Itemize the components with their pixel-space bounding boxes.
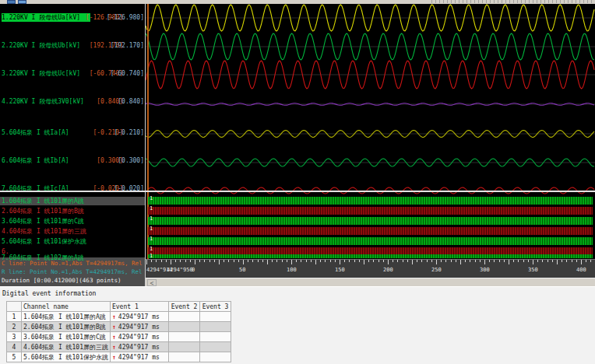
digital-trace[interactable]: 1 [148, 254, 593, 258]
ruler-tick [397, 260, 398, 262]
trace-value: 1 [150, 236, 153, 243]
time-ruler[interactable]: 4294"9144294"950050100150200250300350400 [146, 259, 595, 278]
ruler-tick [267, 260, 268, 264]
ruler-tick [291, 260, 292, 264]
trace-value: 1 [150, 226, 153, 233]
ruler-tick [151, 260, 152, 262]
ruler-tick [344, 260, 345, 262]
h-scrollbar[interactable]: < [146, 278, 595, 286]
trace-value: 1 [150, 195, 153, 202]
ruler-tick [581, 260, 582, 264]
row-number-cell: 3 [7, 332, 22, 342]
analog-channel-row[interactable]: 2.220KV I 段母线Ub[kV][192.170][192.170] [0, 41, 145, 50]
digital-channel-row[interactable]: 2.604拓泉 I 线101屏的B跳 [0, 207, 145, 215]
ruler-tick [547, 260, 548, 262]
ruler-tick [513, 260, 514, 262]
digital-channel-row[interactable]: 3.604拓泉 I 线101屏的C跳 [0, 217, 145, 226]
ruler-tick [388, 260, 389, 264]
ruler-tick [228, 260, 229, 262]
digital-channel-row[interactable]: 5.604拓泉 I 线101保护永跳 [0, 237, 145, 246]
ruler-tick [349, 260, 350, 262]
digital-trace[interactable]: 1 [148, 197, 593, 205]
analog-channel-row[interactable]: 4.220KV I 段母线3V0[kV][0.840][0.840] [0, 97, 145, 106]
table-row[interactable]: 22.604拓泉 I 线101屏的B跳↑4294"917 ms [7, 322, 231, 332]
digital-trace[interactable]: 1 [148, 237, 593, 245]
channel-name-label: 5.604拓泉 I 线Ia[A] [2, 128, 69, 137]
channel-name-cell: 4.604拓泉 I 线101屏的三跳 [22, 342, 111, 352]
event3-cell [199, 312, 231, 322]
ruler-tick [465, 260, 466, 262]
ruler-tick [445, 260, 446, 262]
digital-trace[interactable]: 1 [148, 207, 593, 215]
waveform-plot-area[interactable]: 4294"9144294"950050100150200250300350400… [146, 4, 595, 286]
table-row[interactable]: 33.604拓泉 I 线101屏的C跳↑4294"917 ms [7, 332, 231, 342]
digital-event-panel: Digital event information Channel nameEv… [0, 286, 595, 364]
r-cursor-value: [0.300] [118, 156, 144, 165]
analog-channel-row[interactable]: 6.604拓泉 I 线Ib[A][0.300][0.300] [0, 156, 145, 165]
r-cursor-value: [192.170] [111, 41, 144, 50]
ruler-tick [566, 260, 567, 262]
trace-value: 1 [150, 215, 153, 222]
ruler-label: 50 [239, 267, 245, 273]
ruler-label: 250 [431, 267, 442, 273]
ruler-tick [368, 260, 369, 262]
ruler-label: 300 [480, 267, 490, 273]
ruler-tick [248, 260, 248, 262]
digital-channel-row[interactable]: 7.604拓泉 I 线102屏的A跳 [0, 254, 145, 262]
digital-channel-row[interactable]: 4.604拓泉 I 线101屏的三跳 [0, 227, 145, 236]
ruler-tick [417, 260, 417, 262]
ruler-tick [234, 260, 234, 262]
ruler-label: 400 [576, 267, 586, 273]
ruler-tick [572, 260, 572, 262]
ruler-tick [586, 260, 586, 262]
r-cursor-value: [0.840] [118, 97, 144, 106]
duration-status: Duration [0:00.412000](463 points) [2, 276, 145, 285]
ruler-label: 150 [335, 267, 345, 273]
channel-name-label: 3.220KV I 段母线Uc[kV] [2, 69, 80, 78]
table-row[interactable]: 11.604拓泉 I 线101屏的A跳↑4294"917 ms [7, 312, 231, 322]
ruler-tick [306, 260, 307, 262]
ruler-tick [393, 260, 393, 262]
digital-trace[interactable]: 1 [148, 217, 593, 225]
ruler-tick [407, 260, 408, 262]
ruler-tick [296, 260, 297, 262]
ruler-tick [209, 260, 210, 262]
ruler-tick [509, 260, 509, 264]
ruler-tick [252, 260, 253, 262]
analog-channel-row[interactable]: 5.604拓泉 I 线Ia[A][-0.210][-0.210] [0, 128, 145, 137]
ruler-tick [451, 260, 452, 262]
ruler-tick [335, 260, 336, 262]
waveform-svg[interactable] [146, 4, 595, 195]
digital-channel-row[interactable]: 1.604拓泉 I 线101屏的A跳 [0, 197, 145, 205]
channel-name-cell: 5.604拓泉 I 线101保护永跳 [22, 352, 111, 362]
table-header-row: Channel nameEvent 1Event 2Event 3 [7, 302, 231, 312]
ruler-tick [475, 260, 476, 262]
event-table-header: Channel nameEvent 1Event 2Event 3 [7, 302, 231, 312]
event-table[interactable]: Channel nameEvent 1Event 2Event 3 11.604… [6, 301, 231, 362]
ruler-tick [470, 260, 470, 262]
ruler-tick [359, 260, 360, 262]
ruler-tick [320, 260, 321, 262]
ruler-label: 200 [383, 267, 393, 273]
ruler-tick [537, 260, 538, 262]
channel-name-label: 1.220KV I 段母线Ua[kV] [2, 13, 90, 22]
table-header-cell: Event 2 [168, 302, 199, 312]
table-row[interactable]: 44.604拓泉 I 线101屏的三跳↑4294"917 ms [7, 342, 231, 352]
table-row[interactable]: 55.604拓泉 I 线101保护永跳↑4294"917 ms [7, 352, 231, 362]
ruler-tick [436, 260, 437, 264]
ruler-tick [219, 260, 220, 264]
ruler-tick [542, 260, 543, 262]
scroll-left-button[interactable]: < [147, 279, 157, 286]
ruler-tick [552, 260, 553, 262]
event1-cell: ↑4294"917 ms [110, 352, 168, 362]
analog-channel-row[interactable]: 3.220KV I 段母线Uc[kV][-60.740][-60.740] [0, 69, 145, 78]
ruler-tick [258, 260, 259, 262]
ruler-tick [383, 260, 384, 262]
row-number-cell: 2 [7, 322, 22, 332]
r-line-status: R line: Point No.=1,Abs T=4294917ms, Rel… [2, 268, 145, 276]
ruler-tick [528, 260, 529, 262]
digital-trace[interactable]: 1 [148, 227, 593, 235]
ruler-tick [378, 260, 379, 262]
analog-channel-row[interactable]: 1.220KV I 段母线Ua[kV][-126.980][-126.980] [0, 13, 145, 22]
table-header-cell: Event 1 [110, 302, 168, 312]
